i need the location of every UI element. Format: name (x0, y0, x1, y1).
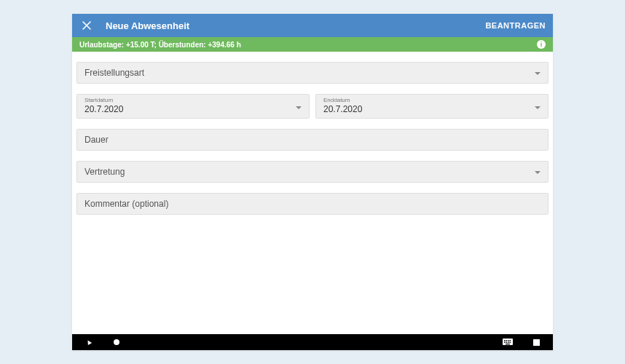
nav-back-icon[interactable] (85, 339, 93, 346)
page-title: Neue Abwesenheit (106, 20, 189, 31)
app-header: Neue Abwesenheit BEANTRAGEN (72, 14, 553, 37)
date-row: Startdatum 20.7.2020 Enddatum 20.7.2020 (76, 94, 549, 119)
close-button[interactable] (79, 18, 94, 33)
svg-rect-3 (506, 340, 508, 341)
svg-rect-8 (508, 342, 509, 344)
chevron-down-icon (296, 100, 302, 113)
info-icon[interactable]: i (537, 40, 546, 49)
start-date-value: 20.7.2020 (84, 104, 302, 114)
system-navbar (72, 334, 553, 350)
svg-rect-5 (510, 340, 511, 341)
svg-rect-4 (508, 340, 509, 341)
absence-type-select[interactable]: Freistellungsart (76, 62, 549, 84)
start-date-field[interactable]: Startdatum 20.7.2020 (76, 94, 310, 119)
end-date-value: 20.7.2020 (323, 104, 541, 114)
svg-rect-6 (504, 342, 506, 344)
absence-type-label: Freistellungsart (84, 68, 144, 78)
keyboard-icon[interactable] (503, 339, 513, 346)
svg-rect-10 (506, 344, 510, 344)
svg-rect-9 (510, 342, 511, 344)
end-date-label: Enddatum (323, 97, 541, 104)
duration-field[interactable]: Dauer (76, 129, 549, 151)
comment-field[interactable]: Kommentar (optional) (76, 193, 549, 215)
chevron-down-icon (535, 167, 541, 177)
svg-rect-7 (506, 342, 508, 344)
nav-recent-icon[interactable] (533, 339, 540, 346)
chevron-down-icon (535, 68, 541, 78)
close-icon (82, 21, 91, 30)
svg-point-0 (114, 339, 119, 345)
chevron-down-icon (535, 100, 541, 113)
svg-rect-11 (533, 339, 540, 346)
substitute-select[interactable]: Vertretung (76, 161, 549, 183)
end-date-field[interactable]: Enddatum 20.7.2020 (315, 94, 549, 119)
app-window: Neue Abwesenheit BEANTRAGEN Urlaubstage:… (72, 14, 553, 350)
nav-home-icon[interactable] (113, 339, 120, 346)
form-content: Freistellungsart Startdatum 20.7.2020 En… (72, 52, 553, 334)
duration-label: Dauer (84, 135, 109, 145)
start-date-label: Startdatum (84, 97, 302, 104)
substitute-label: Vertretung (84, 167, 125, 177)
status-bar: Urlaubstage: +15.00 T; Überstunden: +394… (72, 37, 553, 52)
status-text: Urlaubstage: +15.00 T; Überstunden: +394… (79, 41, 241, 49)
submit-button[interactable]: BEANTRAGEN (485, 21, 546, 30)
comment-label: Kommentar (optional) (84, 199, 168, 209)
svg-rect-2 (504, 340, 506, 341)
